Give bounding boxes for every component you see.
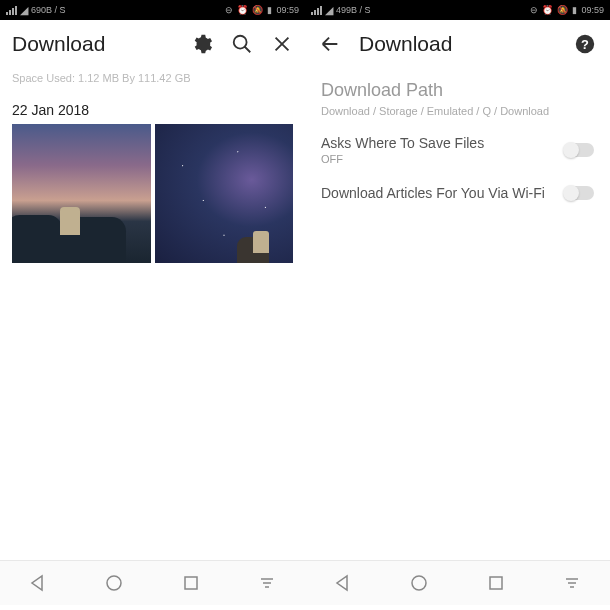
menu-down-icon [560, 571, 584, 595]
silent-icon: 🔕 [252, 5, 263, 15]
nav-recent-button[interactable] [484, 571, 508, 595]
close-button[interactable] [271, 33, 293, 55]
network-speed: 690B / S [31, 5, 66, 15]
square-recent-icon [179, 571, 203, 595]
setting-label: Asks Where To Save Files [321, 135, 564, 151]
app-header: Download [0, 20, 305, 68]
page-title: Download [12, 32, 191, 56]
screen-download-settings: ◢ 499B / S ⊖ ⏰ 🔕 ▮ 09:59 Download ? Down… [305, 0, 610, 560]
setting-sublabel: OFF [321, 153, 564, 165]
date-group-header: 22 Jan 2018 [0, 94, 305, 124]
search-button[interactable] [231, 33, 253, 55]
signal-icon [6, 6, 17, 15]
menu-down-icon [255, 571, 279, 595]
wifi-icon: ◢ [20, 4, 28, 17]
nav-recent-button[interactable] [179, 571, 203, 595]
screen-downloads: ◢ 690B / S ⊖ ⏰ 🔕 ▮ 09:59 Download [0, 0, 305, 560]
svg-rect-5 [490, 577, 502, 589]
circle-home-icon [102, 571, 126, 595]
download-thumbnail[interactable] [155, 124, 294, 263]
setting-download-via-wifi[interactable]: Download Articles For You Via Wi-Fi [305, 175, 610, 211]
clock-text: 09:59 [276, 5, 299, 15]
nav-menu-button[interactable] [255, 571, 279, 595]
arrow-left-icon [319, 33, 341, 55]
dnd-icon: ⊖ [225, 5, 233, 15]
page-title: Download [359, 32, 556, 56]
triangle-back-icon [331, 571, 355, 595]
silent-icon: 🔕 [557, 5, 568, 15]
back-button[interactable] [319, 33, 341, 55]
triangle-back-icon [26, 571, 50, 595]
gear-icon [191, 33, 213, 55]
section-title: Download Path [321, 80, 594, 101]
help-icon: ? [574, 33, 596, 55]
system-nav-bar [0, 560, 610, 605]
dnd-icon: ⊖ [530, 5, 538, 15]
search-icon [231, 33, 253, 55]
space-used-label: Space Used: 1.12 MB By 111.42 GB [0, 68, 305, 94]
signal-icon [311, 6, 322, 15]
app-header: Download ? [305, 20, 610, 68]
nav-back-button[interactable] [26, 571, 50, 595]
svg-point-4 [412, 576, 426, 590]
battery-icon: ▮ [267, 5, 272, 15]
circle-home-icon [407, 571, 431, 595]
toggle-switch[interactable] [564, 186, 594, 200]
nav-back-button[interactable] [331, 571, 355, 595]
help-button[interactable]: ? [574, 33, 596, 55]
nav-home-button[interactable] [102, 571, 126, 595]
battery-icon: ▮ [572, 5, 577, 15]
nav-home-button[interactable] [407, 571, 431, 595]
download-path-section[interactable]: Download Path Download / Storage / Emula… [305, 68, 610, 125]
wifi-icon: ◢ [325, 4, 333, 17]
nav-menu-button[interactable] [560, 571, 584, 595]
toggle-switch[interactable] [564, 143, 594, 157]
square-recent-icon [484, 571, 508, 595]
clock-text: 09:59 [581, 5, 604, 15]
settings-button[interactable] [191, 33, 213, 55]
status-bar: ◢ 690B / S ⊖ ⏰ 🔕 ▮ 09:59 [0, 0, 305, 20]
thumbnail-grid [0, 124, 305, 263]
setting-label: Download Articles For You Via Wi-Fi [321, 185, 564, 201]
alarm-icon: ⏰ [542, 5, 553, 15]
svg-text:?: ? [581, 37, 589, 52]
status-bar: ◢ 499B / S ⊖ ⏰ 🔕 ▮ 09:59 [305, 0, 610, 20]
path-breadcrumb: Download / Storage / Emulated / Q / Down… [321, 105, 594, 117]
setting-ask-where-to-save[interactable]: Asks Where To Save Files OFF [305, 125, 610, 175]
network-speed: 499B / S [336, 5, 371, 15]
svg-rect-3 [185, 577, 197, 589]
close-icon [271, 33, 293, 55]
svg-point-2 [107, 576, 121, 590]
alarm-icon: ⏰ [237, 5, 248, 15]
download-thumbnail[interactable] [12, 124, 151, 263]
